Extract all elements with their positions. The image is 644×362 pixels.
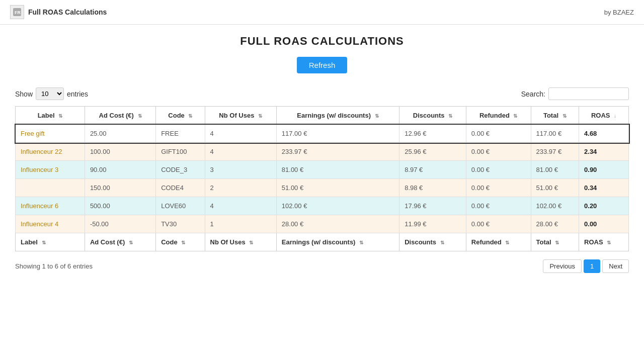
foot-col-nb-of-uses[interactable]: Nb Of Uses ⇅ bbox=[205, 233, 276, 251]
refresh-button[interactable]: Refresh bbox=[297, 57, 348, 73]
sort-icon-refunded: ⇅ bbox=[513, 113, 517, 119]
foot-col-earnings[interactable]: Earnings (w/ discounts) ⇅ bbox=[276, 233, 399, 251]
cell-code: TV30 bbox=[156, 215, 205, 233]
cell-discounts: 8.98 € bbox=[399, 179, 466, 197]
table-row: Influenceur 390.00CODE_3381.00 €8.97 €0.… bbox=[16, 161, 629, 179]
cell-nb_of_uses: 4 bbox=[205, 125, 276, 143]
previous-button[interactable]: Previous bbox=[543, 259, 582, 273]
cell-label: Influenceur 4 bbox=[16, 215, 85, 233]
show-entries-control: Show 10 25 50 100 entries bbox=[15, 87, 88, 100]
main-content: FULL ROAS CALCULATIONS Refresh Show 10 2… bbox=[0, 25, 644, 283]
entries-label: entries bbox=[67, 90, 88, 98]
foot-col-total[interactable]: Total ⇅ bbox=[531, 233, 579, 251]
col-nb-of-uses[interactable]: Nb Of Uses ⇅ bbox=[205, 107, 276, 125]
cell-refunded: 0.00 € bbox=[466, 215, 531, 233]
app-title: Full ROAS Calculations bbox=[28, 8, 107, 16]
foot-col-ad-cost[interactable]: Ad Cost (€) ⇅ bbox=[85, 233, 155, 251]
show-label: Show bbox=[15, 90, 33, 98]
cell-ad_cost: 150.00 bbox=[85, 179, 155, 197]
cell-earnings: 51.00 € bbox=[276, 179, 399, 197]
foot-sort-icon-ad-cost: ⇅ bbox=[129, 240, 133, 245]
search-control: Search: bbox=[521, 87, 629, 100]
entries-select[interactable]: 10 25 50 100 bbox=[36, 87, 64, 100]
foot-sort-icon-label: ⇅ bbox=[42, 240, 46, 245]
cell-label: Free gift bbox=[16, 125, 85, 143]
page-1-button[interactable]: 1 bbox=[584, 259, 600, 273]
cell-label bbox=[16, 179, 85, 197]
cell-total: 51.00 € bbox=[531, 179, 579, 197]
app-title-section: FR Full ROAS Calculations bbox=[10, 5, 107, 19]
cell-earnings: 102.00 € bbox=[276, 197, 399, 215]
table-row: Influenceur 22100.00GIFT1004233.97 €25.9… bbox=[16, 143, 629, 161]
cell-roas: 0.90 bbox=[579, 161, 629, 179]
cell-roas: 4.68 bbox=[579, 125, 629, 143]
col-label[interactable]: Label ⇅ bbox=[16, 107, 85, 125]
showing-text: Showing 1 to 6 of 6 entries bbox=[15, 262, 93, 270]
top-bar: FR Full ROAS Calculations by BZAEZ bbox=[0, 0, 644, 25]
cell-discounts: 25.96 € bbox=[399, 143, 466, 161]
cell-roas: 0.34 bbox=[579, 179, 629, 197]
cell-roas: 0.00 bbox=[579, 215, 629, 233]
data-table: Label ⇅ Ad Cost (€) ⇅ Code ⇅ Nb Of Uses … bbox=[15, 106, 629, 251]
cell-ad_cost: 100.00 bbox=[85, 143, 155, 161]
cell-roas: 0.20 bbox=[579, 197, 629, 215]
cell-code: CODE_3 bbox=[156, 161, 205, 179]
cell-code: FREE bbox=[156, 125, 205, 143]
table-controls: Show 10 25 50 100 entries Search: bbox=[15, 87, 629, 100]
cell-nb_of_uses: 1 bbox=[205, 215, 276, 233]
sort-icon-total: ⇅ bbox=[562, 113, 567, 119]
col-code[interactable]: Code ⇅ bbox=[156, 107, 205, 125]
search-label: Search: bbox=[521, 90, 545, 98]
foot-col-refunded[interactable]: Refunded ⇅ bbox=[466, 233, 531, 251]
cell-total: 233.97 € bbox=[531, 143, 579, 161]
col-roas[interactable]: ROAS ↓ bbox=[579, 107, 629, 125]
cell-nb_of_uses: 3 bbox=[205, 161, 276, 179]
cell-ad_cost: 90.00 bbox=[85, 161, 155, 179]
cell-code: LOVE60 bbox=[156, 197, 205, 215]
col-discounts[interactable]: Discounts ⇅ bbox=[399, 107, 466, 125]
table-row: 150.00CODE4251.00 €8.98 €0.00 €51.00 €0.… bbox=[16, 179, 629, 197]
app-author: by BZAEZ bbox=[604, 9, 634, 16]
cell-earnings: 28.00 € bbox=[276, 215, 399, 233]
refresh-btn-wrap: Refresh bbox=[15, 57, 629, 73]
cell-nb_of_uses: 4 bbox=[205, 197, 276, 215]
svg-text:FR: FR bbox=[15, 10, 21, 15]
col-ad-cost[interactable]: Ad Cost (€) ⇅ bbox=[85, 107, 155, 125]
app-logo: FR bbox=[10, 5, 24, 19]
sort-icon-code: ⇅ bbox=[188, 113, 192, 119]
foot-sort-icon-roas: ⇅ bbox=[607, 240, 611, 245]
col-earnings[interactable]: Earnings (w/ discounts) ⇅ bbox=[276, 107, 399, 125]
foot-sort-icon-code: ⇅ bbox=[181, 240, 185, 245]
table-header: Label ⇅ Ad Cost (€) ⇅ Code ⇅ Nb Of Uses … bbox=[16, 107, 629, 125]
cell-refunded: 0.00 € bbox=[466, 179, 531, 197]
foot-col-code[interactable]: Code ⇅ bbox=[156, 233, 205, 251]
foot-sort-icon-nb-of-uses: ⇅ bbox=[249, 240, 253, 245]
table-body: Free gift25.00FREE4117.00 €12.96 €0.00 €… bbox=[16, 125, 629, 233]
foot-sort-icon-refunded: ⇅ bbox=[505, 240, 509, 245]
search-input[interactable] bbox=[548, 87, 629, 100]
foot-sort-icon-earnings: ⇅ bbox=[359, 240, 363, 245]
cell-nb_of_uses: 2 bbox=[205, 179, 276, 197]
foot-col-discounts[interactable]: Discounts ⇅ bbox=[399, 233, 466, 251]
cell-roas: 2.34 bbox=[579, 143, 629, 161]
col-refunded[interactable]: Refunded ⇅ bbox=[466, 107, 531, 125]
cell-refunded: 0.00 € bbox=[466, 161, 531, 179]
cell-ad_cost: -50.00 bbox=[85, 215, 155, 233]
cell-code: GIFT100 bbox=[156, 143, 205, 161]
sort-icon-nb-of-uses: ⇅ bbox=[258, 113, 262, 119]
cell-refunded: 0.00 € bbox=[466, 143, 531, 161]
sort-icon-roas: ↓ bbox=[614, 113, 616, 119]
table-footer: Label ⇅ Ad Cost (€) ⇅ Code ⇅ Nb Of Uses … bbox=[16, 233, 629, 251]
next-button[interactable]: Next bbox=[602, 259, 629, 273]
col-total[interactable]: Total ⇅ bbox=[531, 107, 579, 125]
foot-col-roas[interactable]: ROAS ⇅ bbox=[579, 233, 629, 251]
foot-col-label[interactable]: Label ⇅ bbox=[16, 233, 85, 251]
cell-discounts: 12.96 € bbox=[399, 125, 466, 143]
cell-total: 117.00 € bbox=[531, 125, 579, 143]
cell-refunded: 0.00 € bbox=[466, 125, 531, 143]
cell-label: Influenceur 3 bbox=[16, 161, 85, 179]
cell-total: 102.00 € bbox=[531, 197, 579, 215]
table-row: Influenceur 6500.00LOVE604102.00 €17.96 … bbox=[16, 197, 629, 215]
cell-total: 28.00 € bbox=[531, 215, 579, 233]
cell-earnings: 233.97 € bbox=[276, 143, 399, 161]
